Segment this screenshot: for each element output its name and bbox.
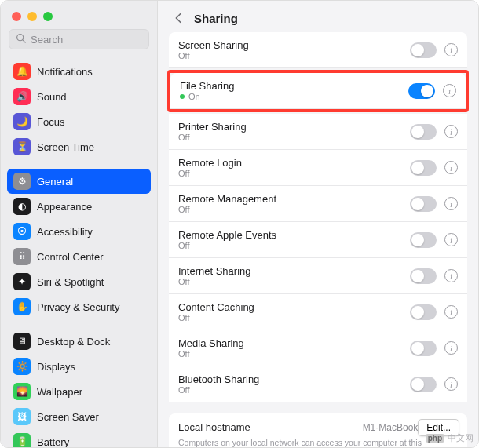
sharing-row-media-sharing: Media SharingOffi (169, 330, 467, 366)
info-icon[interactable]: i (444, 377, 458, 391)
sidebar-nav: 🔔Notifications🔊Sound🌙Focus⏳Screen Time⚙G… (1, 56, 157, 447)
toggle[interactable] (410, 268, 437, 284)
row-status: Off (178, 349, 410, 359)
sharing-row-printer-sharing: Printer SharingOffi (169, 114, 467, 150)
info-icon[interactable]: i (444, 269, 458, 282)
sharing-list: Screen SharingOffiFile SharingOniPrinter… (169, 32, 467, 402)
back-button[interactable] (170, 10, 186, 26)
info-icon[interactable]: i (443, 84, 456, 97)
row-status: Off (178, 385, 410, 395)
row-name: Internet Sharing (178, 265, 410, 277)
sidebar-item-label: Wallpaper (37, 386, 82, 398)
row-status: Off (178, 205, 410, 214)
header: Sharing (158, 1, 478, 32)
sidebar-item-label: Siri & Spotlight (37, 276, 104, 288)
sharing-row-remote-management: Remote ManagementOffi (169, 186, 467, 222)
row-status: Off (178, 51, 410, 60)
edit-button[interactable]: Edit... (418, 419, 459, 436)
toggle[interactable] (410, 196, 437, 212)
sidebar-item-screen-time[interactable]: ⏳Screen Time (7, 134, 151, 159)
sidebar-item-label: Desktop & Dock (37, 336, 110, 348)
sharing-row-content-caching: Content CachingOffi (169, 294, 467, 330)
sidebar-item-label: Screen Time (37, 141, 94, 153)
row-name: Printer Sharing (178, 121, 410, 133)
sharing-row-internet-sharing: Internet SharingOffi (169, 258, 467, 294)
sidebar-item-accessibility[interactable]: ⦿Accessibility (7, 219, 151, 244)
svg-line-1 (23, 40, 25, 42)
row-name: File Sharing (180, 80, 408, 92)
sidebar-item-desktop-dock[interactable]: 🖥Desktop & Dock (7, 329, 151, 354)
sidebar-item-general[interactable]: ⚙General (7, 169, 151, 194)
window-controls (1, 1, 157, 29)
toggle[interactable] (408, 83, 435, 99)
toggle[interactable] (410, 160, 437, 176)
sidebar-item-label: Displays (37, 361, 75, 373)
row-name: Remote Login (178, 157, 410, 169)
sidebar-item-label: Control Center (37, 251, 104, 263)
screen-saver-icon: 🖼 (13, 408, 31, 425)
row-name: Remote Apple Events (178, 229, 410, 241)
row-status: Off (178, 169, 410, 178)
sidebar: 🔔Notifications🔊Sound🌙Focus⏳Screen Time⚙G… (1, 1, 158, 447)
displays-icon: 🔆 (13, 358, 31, 375)
sidebar-item-appearance[interactable]: ◐Appearance (7, 194, 151, 219)
accessibility-icon: ⦿ (13, 223, 31, 240)
minimize-icon[interactable] (27, 12, 37, 21)
sharing-row-file-sharing: File SharingOni (170, 73, 466, 109)
appearance-icon: ◐ (13, 198, 31, 215)
sound-icon: 🔊 (13, 88, 31, 105)
content: Screen SharingOffiFile SharingOniPrinter… (158, 32, 478, 447)
row-status: Off (178, 277, 410, 286)
wallpaper-icon: 🌄 (13, 383, 31, 400)
sidebar-item-label: Privacy & Security (37, 301, 119, 313)
screen-time-icon: ⏳ (13, 138, 31, 155)
toggle[interactable] (410, 304, 437, 320)
sidebar-item-label: Screen Saver (37, 411, 99, 423)
focus-icon: 🌙 (13, 113, 31, 130)
sidebar-item-label: Focus (37, 116, 64, 128)
toggle[interactable] (410, 377, 437, 392)
toggle[interactable] (410, 42, 437, 58)
sidebar-item-battery[interactable]: 🔋Battery (7, 429, 151, 447)
sidebar-item-notifications[interactable]: 🔔Notifications (7, 59, 151, 84)
settings-window: 🔔Notifications🔊Sound🌙Focus⏳Screen Time⚙G… (0, 0, 479, 448)
search-field[interactable] (9, 29, 149, 49)
control-center-icon: ⠿ (13, 248, 31, 265)
info-icon[interactable]: i (444, 305, 458, 319)
row-name: Bluetooth Sharing (178, 373, 410, 385)
search-icon (16, 33, 26, 46)
sidebar-item-control-center[interactable]: ⠿Control Center (7, 244, 151, 269)
row-status: On (180, 92, 408, 101)
close-icon[interactable] (12, 12, 21, 21)
info-icon[interactable]: i (444, 197, 458, 210)
sidebar-item-focus[interactable]: 🌙Focus (7, 109, 151, 134)
sidebar-item-wallpaper[interactable]: 🌄Wallpaper (7, 379, 151, 404)
privacy-security-icon: ✋ (13, 298, 31, 315)
notifications-icon: 🔔 (13, 63, 31, 80)
zoom-icon[interactable] (43, 12, 53, 21)
sidebar-item-label: Accessibility (37, 226, 93, 238)
sidebar-item-sound[interactable]: 🔊Sound (7, 84, 151, 109)
info-icon[interactable]: i (444, 233, 458, 246)
main-panel: Sharing Screen SharingOffiFile SharingOn… (158, 1, 478, 447)
sidebar-item-screen-saver[interactable]: 🖼Screen Saver (7, 404, 151, 429)
hostname-label: Local hostname (178, 421, 363, 433)
general-icon: ⚙ (13, 173, 31, 190)
sharing-row-bluetooth-sharing: Bluetooth SharingOffi (169, 366, 467, 402)
toggle[interactable] (410, 124, 437, 140)
sharing-row-remote-apple-events: Remote Apple EventsOffi (169, 222, 467, 258)
sidebar-item-label: Sound (37, 91, 67, 103)
info-icon[interactable]: i (444, 341, 458, 355)
toggle[interactable] (410, 341, 437, 356)
sidebar-item-siri-spotlight[interactable]: ✦Siri & Spotlight (7, 269, 151, 294)
sidebar-item-displays[interactable]: 🔆Displays (7, 354, 151, 379)
info-icon[interactable]: i (444, 125, 458, 138)
toggle[interactable] (410, 232, 437, 248)
search-input[interactable] (31, 34, 142, 46)
sidebar-item-privacy-security[interactable]: ✋Privacy & Security (7, 294, 151, 319)
siri-spotlight-icon: ✦ (13, 273, 31, 290)
info-icon[interactable]: i (444, 43, 458, 56)
row-status: Off (178, 313, 410, 322)
info-icon[interactable]: i (444, 161, 458, 174)
row-status: Off (178, 241, 410, 250)
